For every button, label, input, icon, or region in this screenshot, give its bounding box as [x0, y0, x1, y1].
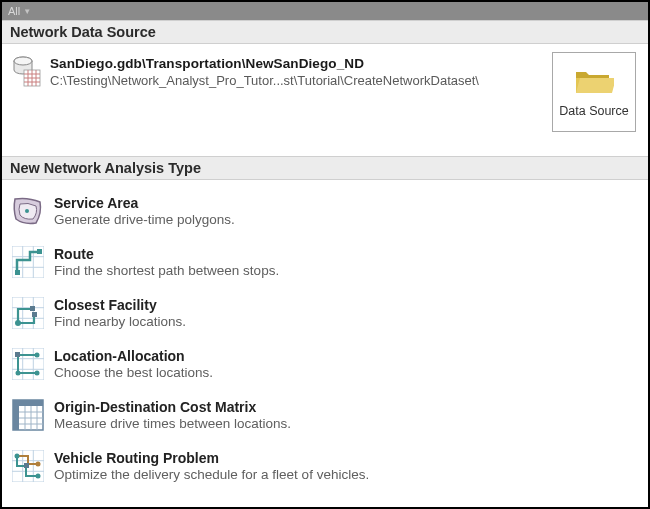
svg-rect-15 [15, 270, 20, 275]
analysis-item-title: Route [54, 246, 279, 262]
analysis-item-desc: Choose the best locations. [54, 365, 213, 380]
svg-rect-23 [30, 306, 35, 311]
analysis-item-route[interactable]: Route Find the shortest path between sto… [12, 239, 638, 290]
data-source-text: SanDiego.gdb\Transportation\NewSanDiego_… [50, 54, 544, 88]
svg-point-1 [14, 57, 32, 65]
vrp-icon [12, 450, 44, 482]
analysis-item-desc: Optimize the delivery schedule for a fle… [54, 467, 369, 482]
svg-point-53 [36, 474, 41, 479]
od-matrix-icon [12, 399, 44, 431]
analysis-item-text: Closest Facility Find nearby locations. [54, 297, 186, 329]
analysis-item-desc: Find the shortest path between stops. [54, 263, 279, 278]
data-source-path: C:\Testing\Network_Analyst_Pro_Tutor...s… [50, 73, 544, 88]
data-source-button[interactable]: Data Source [552, 52, 636, 132]
svg-point-51 [15, 454, 20, 459]
data-source-name: SanDiego.gdb\Transportation\NewSanDiego_… [50, 56, 544, 71]
analysis-item-title: Location-Allocation [54, 348, 213, 364]
analysis-item-service-area[interactable]: Service Area Generate drive-time polygon… [12, 188, 638, 239]
folder-icon [574, 66, 614, 96]
svg-rect-54 [24, 463, 29, 468]
analysis-item-title: Origin-Destination Cost Matrix [54, 399, 291, 415]
analysis-list: Service Area Generate drive-time polygon… [2, 180, 648, 504]
topbar: All ▼ [2, 2, 648, 20]
service-area-icon [12, 195, 44, 227]
svg-point-22 [15, 320, 21, 326]
svg-point-35 [16, 371, 21, 376]
analysis-item-loc-alloc[interactable]: Location-Allocation Choose the best loca… [12, 341, 638, 392]
svg-point-52 [36, 462, 41, 467]
analysis-item-text: Origin-Destination Cost Matrix Measure d… [54, 399, 291, 431]
panel: All ▼ Network Data Source [0, 0, 650, 509]
analysis-item-title: Closest Facility [54, 297, 186, 313]
analysis-item-title: Service Area [54, 195, 235, 211]
analysis-item-desc: Find nearby locations. [54, 314, 186, 329]
route-icon [12, 246, 44, 278]
data-source-button-label: Data Source [559, 104, 628, 118]
analysis-item-text: Vehicle Routing Problem Optimize the del… [54, 450, 369, 482]
svg-rect-24 [32, 312, 37, 317]
closest-icon [12, 297, 44, 329]
section-header-data-source: Network Data Source [2, 20, 648, 44]
svg-rect-16 [37, 249, 42, 254]
section-header-analysis: New Network Analysis Type [2, 156, 648, 180]
network-dataset-icon [12, 54, 42, 90]
svg-point-36 [35, 371, 40, 376]
data-source-row: SanDiego.gdb\Transportation\NewSanDiego_… [2, 44, 648, 132]
chevron-down-icon: ▼ [23, 7, 31, 16]
analysis-item-closest[interactable]: Closest Facility Find nearby locations. [12, 290, 638, 341]
filter-dropdown[interactable]: All ▼ [8, 5, 31, 17]
analysis-item-vrp[interactable]: Vehicle Routing Problem Optimize the del… [12, 443, 638, 494]
svg-rect-33 [15, 352, 20, 357]
analysis-item-desc: Generate drive-time polygons. [54, 212, 235, 227]
analysis-item-desc: Measure drive times between locations. [54, 416, 291, 431]
content: Network Data Source SanDiego.gdb\Tran [2, 20, 648, 507]
svg-point-9 [25, 209, 29, 213]
svg-rect-39 [13, 400, 19, 430]
svg-point-34 [35, 353, 40, 358]
analysis-item-text: Service Area Generate drive-time polygon… [54, 195, 235, 227]
analysis-item-od-matrix[interactable]: Origin-Destination Cost Matrix Measure d… [12, 392, 638, 443]
analysis-item-text: Location-Allocation Choose the best loca… [54, 348, 213, 380]
analysis-item-text: Route Find the shortest path between sto… [54, 246, 279, 278]
analysis-item-title: Vehicle Routing Problem [54, 450, 369, 466]
filter-label: All [8, 5, 20, 17]
loc-alloc-icon [12, 348, 44, 380]
